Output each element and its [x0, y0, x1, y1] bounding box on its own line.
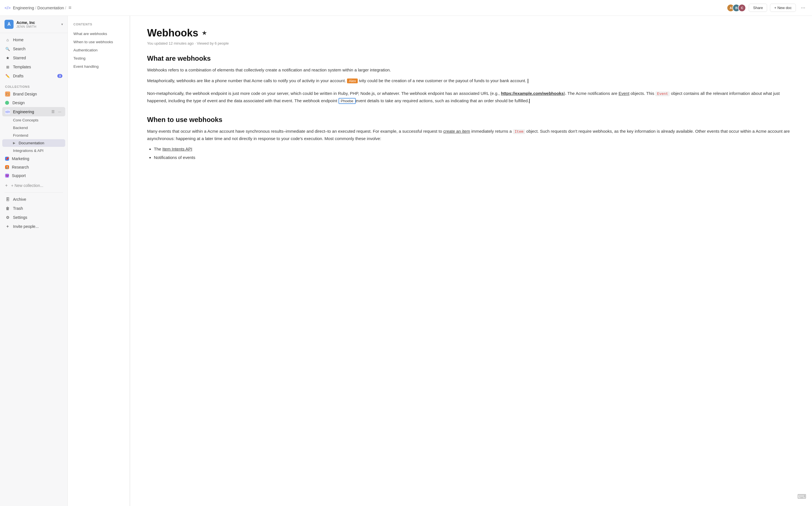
sidebar-item-research[interactable]: 🔬 Research	[2, 163, 65, 171]
sidebar-subitem-documentation[interactable]: ▶ Documentation	[2, 139, 65, 147]
section1-heading: What are webhooks	[147, 55, 795, 62]
section1-url-link[interactable]: https://example.com/webhooks	[501, 91, 564, 96]
brand-design-label: Brand Design	[13, 92, 37, 96]
sidebar-item-archive[interactable]: 🗄 Archive	[2, 195, 65, 204]
sidebar-label-settings: Settings	[13, 215, 62, 220]
doc-meta: You updated 12 minutes ago · Viewed by 6…	[147, 41, 795, 46]
section2-para1: Many events that occur within a Acme acc…	[147, 128, 795, 142]
sidebar-bottom-nav: 🗄 Archive 🗑 Trash ⚙ Settings + Invite pe…	[0, 195, 68, 232]
section1-p3-end: event details to take any required actio…	[356, 98, 529, 103]
sidebar-label-archive: Archive	[13, 197, 62, 201]
drafts-icon: ✏️	[5, 73, 10, 79]
sidebar-item-invite[interactable]: + Invite people...	[2, 222, 65, 231]
sidebar-label-home: Home	[13, 37, 62, 42]
toc-item-when-to-use-webhooks[interactable]: When to use webhooks	[73, 38, 124, 46]
workspace-user: JENN SMITH	[16, 25, 36, 28]
create-an-item-link[interactable]: create an item	[443, 129, 470, 134]
collections-label: COLLECTIONS	[0, 82, 68, 89]
sidebar-item-home[interactable]: ⌂ Home	[2, 35, 65, 44]
engineering-actions: ☰ ···	[50, 109, 62, 114]
section1-p3-before: Non-metaphorically, the webhook endpoint…	[147, 91, 501, 96]
doc-star-icon[interactable]: ★	[202, 29, 207, 37]
avatar-group: A B C	[727, 4, 746, 12]
sidebar-item-engineering[interactable]: </> Engineering ☰ ···	[2, 107, 65, 116]
sidebar-item-brand-design[interactable]: 🎨 Brand Design	[2, 89, 65, 98]
engineering-sort-button[interactable]: ☰	[50, 109, 56, 114]
sidebar-subitem-integrations-api[interactable]: Integrations & API	[2, 147, 65, 155]
home-icon: ⌂	[5, 37, 10, 43]
workspace-header[interactable]: A Acme, Inc JENN SMITH ▾	[0, 16, 68, 33]
section1-p2-middle: ivity could be the creation of a new cus…	[359, 78, 526, 83]
new-doc-button[interactable]: + New doc	[770, 4, 796, 12]
workspace-chevron-icon: ▾	[61, 22, 63, 26]
new-collection-button[interactable]: + + New collection...	[2, 181, 65, 190]
sidebar-label-trash: Trash	[13, 206, 62, 210]
toc-panel: CONTENTS What are webhooks When to use w…	[68, 16, 130, 506]
toc-item-what-are-webhooks[interactable]: What are webhooks	[73, 30, 124, 38]
support-label: Support	[12, 173, 26, 178]
documentation-expand-icon: ▶	[13, 141, 15, 145]
sidebar-item-settings[interactable]: ⚙ Settings	[2, 213, 65, 222]
toc-item-event-handling[interactable]: Event handling	[73, 63, 124, 71]
event-link[interactable]: Event	[619, 91, 629, 96]
brand-design-icon: 🎨	[5, 91, 10, 97]
sidebar-subitem-core-concepts[interactable]: Core Concepts	[2, 116, 65, 124]
sidebar-item-support[interactable]: 💜 Support	[2, 171, 65, 180]
research-icon: 🔬	[5, 165, 9, 169]
section2-p1-before: Many events that occur within a Acme acc…	[147, 129, 442, 134]
share-button[interactable]: Share	[749, 4, 767, 12]
section2-heading: When to use webhooks	[147, 116, 795, 124]
doc-title-area: Webhooks ★	[147, 27, 795, 39]
settings-icon: ⚙	[5, 215, 10, 220]
section2-p1-cont: immediately returns a	[471, 129, 513, 134]
sidebar-label-drafts: Drafts	[13, 74, 55, 78]
toc-item-testing[interactable]: Testing	[73, 55, 124, 63]
breadcrumb-engineering[interactable]: Engineering	[13, 6, 34, 10]
breadcrumb-menu-icon[interactable]: ≡	[68, 5, 72, 11]
alex-cursor: Alex	[347, 79, 357, 83]
topbar: </> Engineering / Documentation / ≡ A B …	[0, 0, 812, 16]
sidebar-item-starred[interactable]: ★ Starred	[2, 53, 65, 62]
section1-para2: Metaphorically, webhooks are like a phon…	[147, 77, 795, 84]
section1-p2-before: Metaphorically, webhooks are like a phon…	[147, 78, 346, 83]
sidebar-label-search: Search	[13, 47, 62, 51]
research-label: Research	[12, 165, 29, 169]
sidebar-item-drafts[interactable]: ✏️ Drafts 3	[2, 71, 65, 80]
breadcrumb-sep1: /	[35, 6, 36, 10]
engineering-more-button[interactable]: ···	[57, 109, 62, 114]
design-label: Design	[12, 100, 25, 105]
frontend-label: Frontend	[13, 133, 28, 138]
sidebar-item-design[interactable]: Design	[2, 98, 65, 107]
toc-label: CONTENTS	[73, 23, 124, 26]
invite-plus-icon: +	[5, 224, 10, 229]
sidebar-subitem-backend[interactable]: Backend	[2, 124, 65, 132]
new-collection-label: + New collection...	[11, 183, 43, 188]
sidebar-label-templates: Templates	[13, 65, 62, 69]
toc-item-authentication[interactable]: Authentication	[73, 46, 124, 55]
breadcrumb-sep2: /	[65, 6, 66, 10]
section1-para1: Webhooks refers to a combination of elem…	[147, 66, 795, 74]
item-intents-api-link[interactable]: Item Intents API	[162, 147, 192, 151]
drafts-badge: 3	[57, 74, 62, 78]
archive-icon: 🗄	[5, 197, 10, 202]
marketing-label: Marketing	[12, 156, 29, 161]
sidebar: A Acme, Inc JENN SMITH ▾ ⌂ Home 🔍 Search…	[0, 16, 68, 506]
sidebar-item-trash[interactable]: 🗑 Trash	[2, 204, 65, 213]
sidebar-label-starred: Starred	[13, 56, 62, 60]
text-cursor-1	[528, 79, 528, 83]
sidebar-nav: ⌂ Home 🔍 Search ★ Starred ⊞ Templates ✏️…	[0, 34, 68, 82]
sidebar-item-search[interactable]: 🔍 Search	[2, 44, 65, 53]
sidebar-item-marketing[interactable]: 📌 Marketing	[2, 155, 65, 163]
document-panel[interactable]: Webhooks ★ You updated 12 minutes ago · …	[130, 16, 812, 506]
section2-bullets: The Item Intents API Notifications of ev…	[154, 146, 795, 161]
breadcrumb-documentation[interactable]: Documentation	[37, 6, 64, 10]
section1-p3-objects: objects. This	[629, 91, 655, 96]
workspace-name: Acme, Inc	[16, 20, 36, 25]
more-options-button[interactable]: ···	[799, 4, 807, 12]
sidebar-subitem-frontend[interactable]: Frontend	[2, 132, 65, 139]
breadcrumb: </> Engineering / Documentation / ≡	[5, 5, 724, 11]
sidebar-item-templates[interactable]: ⊞ Templates	[2, 62, 65, 71]
backend-label: Backend	[13, 125, 28, 130]
content-area: CONTENTS What are webhooks When to use w…	[68, 16, 812, 506]
trash-icon: 🗑	[5, 206, 10, 211]
